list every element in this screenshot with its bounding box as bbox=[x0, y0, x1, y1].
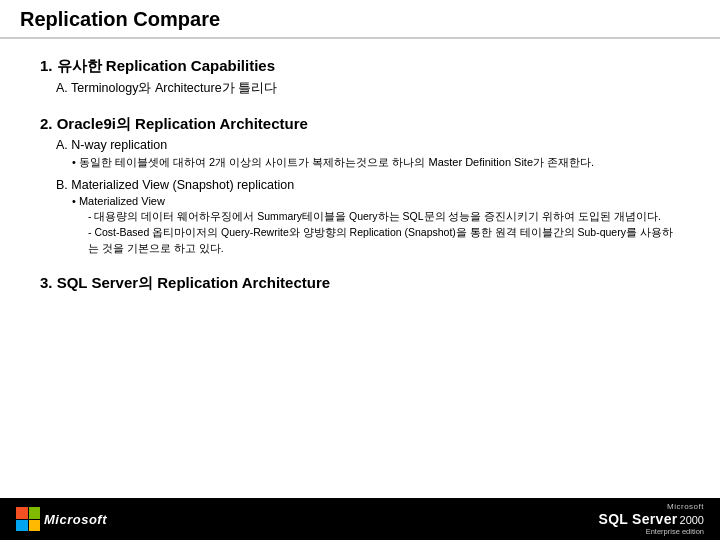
sql-server-year: 2000 bbox=[680, 514, 704, 526]
section-2-subB-dash-0: - 대용량의 데이터 웨어하우징에서 Summary테이블을 Query하는 S… bbox=[88, 209, 680, 225]
section-3-title: 3. SQL Server의 Replication Architecture bbox=[40, 274, 680, 293]
microsoft-flag-icon bbox=[16, 507, 40, 531]
section-2-subA-label: A. N-way replication bbox=[56, 138, 680, 152]
page-header: Replication Compare bbox=[0, 0, 720, 39]
section-2-subB-dash-1: - Cost-Based 옵티마이저의 Query-Rewrite와 양방향의 … bbox=[88, 225, 680, 257]
flag-q1 bbox=[16, 507, 28, 519]
section-2-subB-label: B. Materialized View (Snapshot) replicat… bbox=[56, 178, 680, 192]
flag-q3 bbox=[16, 520, 28, 532]
sql-logo-top-text: Microsoft bbox=[667, 502, 704, 511]
section-1: 1. 유사한 Replication Capabilities A. Termi… bbox=[40, 57, 680, 97]
section-1-title: 1. 유사한 Replication Capabilities bbox=[40, 57, 680, 76]
sql-server-logo: Microsoft SQL Server 2000 Enterprise edi… bbox=[599, 502, 705, 536]
section-1-subA: A. Terminology와 Architecture가 틀리다 bbox=[56, 80, 680, 97]
flag-q2 bbox=[29, 507, 41, 519]
section-2-title: 2. Oracle9i의 Replication Architecture bbox=[40, 115, 680, 134]
sql-server-text: SQL Server bbox=[599, 511, 678, 527]
footer: Microsoft Microsoft SQL Server 2000 Ente… bbox=[0, 498, 720, 540]
section-3: 3. SQL Server의 Replication Architecture bbox=[40, 274, 680, 293]
section-2: 2. Oracle9i의 Replication Architecture A.… bbox=[40, 115, 680, 256]
page-title: Replication Compare bbox=[20, 8, 220, 30]
main-content: 1. 유사한 Replication Capabilities A. Termi… bbox=[0, 39, 720, 498]
section-2-subA-bullet-0: 동일한 테이블셋에 대하여 2개 이상의 사이트가 복제하는것으로 하나의 Ma… bbox=[72, 155, 680, 170]
sql-server-edition: Enterprise edition bbox=[646, 527, 704, 536]
microsoft-text: Microsoft bbox=[44, 512, 107, 527]
microsoft-logo: Microsoft bbox=[16, 507, 107, 531]
flag-q4 bbox=[29, 520, 41, 532]
section-2-subB-bullet-0: Materialized View bbox=[72, 195, 680, 207]
sql-logo-main: SQL Server 2000 bbox=[599, 511, 705, 527]
